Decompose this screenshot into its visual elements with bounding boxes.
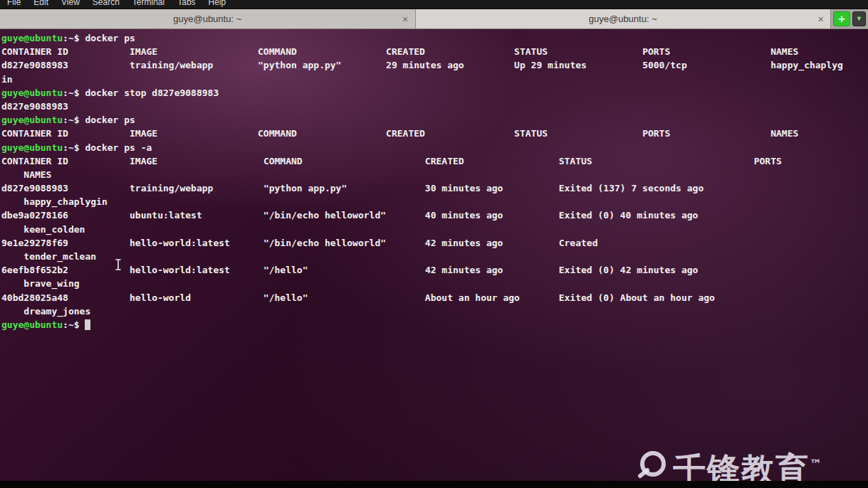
terminal-line: in [1, 73, 868, 86]
tab-actions: + ▼ [831, 9, 868, 28]
terminal-line: 40bd28025a48 hello-world "/hello" About … [1, 291, 868, 304]
terminal-line: d827e9088983 [1, 100, 868, 113]
menu-item-terminal[interactable]: Terminal [132, 0, 164, 7]
terminal-line: NAMES [1, 168, 868, 181]
terminal-line: tender_mclean [1, 250, 868, 263]
tab-close-icon[interactable]: × [402, 14, 409, 24]
terminal-line: CONTAINER ID IMAGE COMMAND CREATED STATU… [1, 45, 868, 58]
tab-bar: guye@ubuntu: ~ × guye@ubuntu: ~ × + ▼ [0, 9, 868, 29]
menu-item-tabs[interactable]: Tabs [177, 0, 195, 7]
terminal-line: d827e9088983 training/webapp "python app… [1, 58, 868, 72]
terminal-line: guye@ubuntu:~$ docker ps [1, 113, 868, 127]
terminal-line: guye@ubuntu:~$ docker ps [1, 31, 868, 45]
terminal-line: 9e1e29278f69 hello-world:latest "/bin/ec… [1, 236, 868, 250]
terminal-line: guye@ubuntu:~$ [1, 318, 868, 331]
terminal-output: guye@ubuntu:~$ docker psCONTAINER ID IMA… [0, 29, 868, 331]
tab-title: guye@ubuntu: ~ [589, 14, 657, 24]
tab-list-dropdown-icon[interactable]: ▼ [852, 11, 866, 26]
terminal-line: 6eefb8f652b2 hello-world:latest "/hello"… [1, 263, 868, 277]
terminal-line: brave_wing [1, 277, 868, 290]
terminal-screen[interactable]: guye@ubuntu:~$ docker psCONTAINER ID IMA… [0, 29, 868, 481]
terminal-line: keen_colden [1, 223, 868, 236]
terminal-line: dbe9a0278166 ubuntu:latest "/bin/echo he… [1, 208, 868, 222]
bottom-bar [0, 481, 868, 488]
terminal-line: CONTAINER ID IMAGE COMMAND CREATED STATU… [1, 127, 868, 140]
menu-bar: FileEditViewSearchTerminalTabsHelp [0, 0, 868, 9]
menu-item-edit[interactable]: Edit [33, 0, 48, 7]
terminal-line: dreamy_jones [1, 304, 868, 318]
menu-item-search[interactable]: Search [93, 0, 120, 7]
menu-item-file[interactable]: File [7, 0, 21, 7]
terminal-line: d827e9088983 training/webapp "python app… [1, 181, 868, 195]
terminal-line: guye@ubuntu:~$ docker ps -a [1, 141, 868, 154]
menu-item-help[interactable]: Help [209, 0, 226, 7]
tab-close-icon[interactable]: × [817, 14, 824, 24]
watermark-tm: ™ [810, 457, 822, 471]
terminal-line: CONTAINER ID IMAGE COMMAND CREATED STATU… [1, 154, 868, 168]
terminal-line: guye@ubuntu:~$ docker stop d827e9088983 [1, 86, 868, 100]
mouse-cursor-ibeam [114, 258, 122, 274]
menu-item-view[interactable]: View [61, 0, 80, 7]
terminal-tab-2[interactable]: guye@ubuntu: ~ × [416, 9, 832, 28]
watermark-logo-icon [636, 449, 669, 484]
tab-title: guye@ubuntu: ~ [173, 14, 241, 24]
new-tab-button[interactable]: + [833, 11, 850, 26]
terminal-tab-1[interactable]: guye@ubuntu: ~ × [0, 9, 416, 28]
terminal-line: happy_chaplygin [1, 195, 868, 208]
